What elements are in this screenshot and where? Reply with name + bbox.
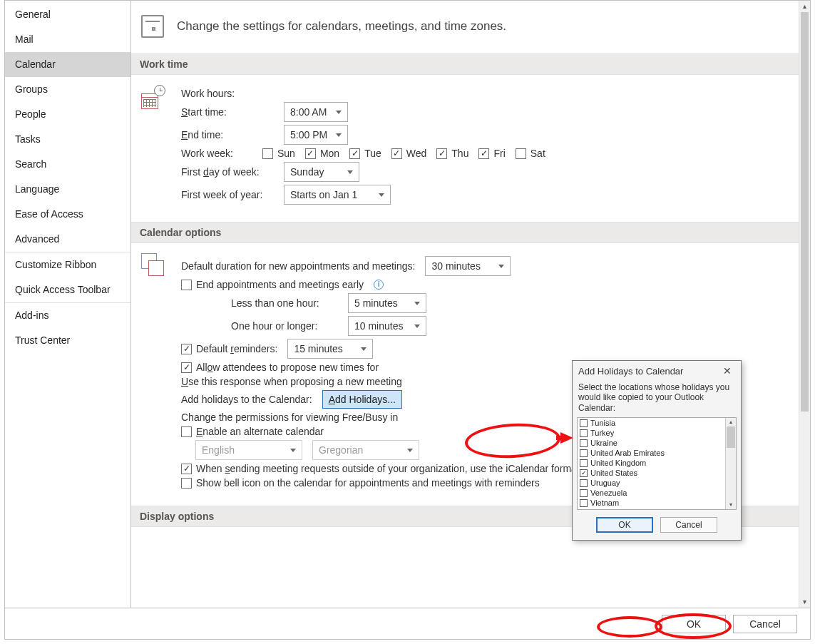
chevron-down-icon (498, 265, 504, 268)
calendar-options-icon (141, 253, 165, 277)
chevron-down-icon (407, 449, 413, 452)
country-item[interactable]: Vietnam (578, 498, 725, 508)
dialog-titlebar: Add Holidays to Calendar ✕ (573, 361, 741, 381)
section-work-time-title: Work time (131, 53, 799, 75)
sidebar-item-ease-of-access[interactable]: Ease of Access (5, 202, 130, 227)
day-fri-checkbox[interactable]: ✓Fri (478, 148, 505, 159)
country-item[interactable]: United Kingdom (578, 458, 725, 468)
country-item[interactable]: ✓United States (578, 468, 725, 478)
sidebar-item-calendar[interactable]: Calendar (5, 52, 130, 77)
info-icon[interactable]: i (374, 280, 384, 290)
alt-lang-combo[interactable]: English (195, 440, 302, 460)
enable-alt-checkbox[interactable]: ✓Enable an alternate calendar (181, 426, 324, 437)
chevron-down-icon (336, 133, 342, 137)
cancel-button[interactable]: Cancel (733, 615, 797, 633)
sidebar-item-customize-ribbon[interactable]: Customize Ribbon (5, 252, 130, 277)
scroll-thumb[interactable] (801, 12, 809, 412)
scroll-down-icon[interactable]: ▾ (726, 501, 736, 509)
first-week-combo[interactable]: Starts on Jan 1 (284, 185, 391, 205)
dialog-scrollbar[interactable]: ▴ ▾ (725, 418, 736, 509)
footer: OK Cancel (5, 608, 810, 639)
page-header-text: Change the settings for calendars, meeti… (177, 19, 506, 34)
chevron-down-icon (414, 324, 420, 328)
allow-propose-checkbox[interactable]: ✓Allow attendees to propose new times fo… (181, 362, 379, 373)
scroll-track[interactable] (799, 12, 810, 596)
country-item[interactable]: Ukraine (578, 438, 725, 448)
alt-cal-combo[interactable]: Gregorian (312, 440, 419, 460)
default-reminders-combo[interactable]: 15 minutes (287, 339, 373, 359)
scroll-thumb[interactable] (727, 426, 735, 448)
chevron-down-icon (379, 193, 384, 197)
dialog-title: Add Holidays to Calendar (578, 366, 683, 377)
default-duration-combo[interactable]: 30 minutes (425, 256, 511, 276)
day-thu-checkbox[interactable]: ✓Thu (436, 148, 468, 159)
day-sat-checkbox[interactable]: ✓Sat (516, 148, 545, 159)
dialog-list: TunisiaTurkeyUkraineUnited Arab Emirates… (577, 417, 737, 510)
sidebar-item-add-ins[interactable]: Add-ins (5, 302, 130, 328)
sidebar-item-groups[interactable]: Groups (5, 77, 130, 102)
sidebar-item-search[interactable]: Search (5, 152, 130, 177)
scroll-up-icon[interactable]: ▴ (799, 1, 810, 12)
end-time-label: End time: (181, 129, 274, 140)
default-reminders-checkbox[interactable]: ✓Default reminders: (181, 343, 277, 354)
chevron-down-icon (336, 111, 342, 114)
add-holidays-button[interactable]: Add Holidays... (322, 390, 402, 409)
close-icon[interactable]: ✕ (719, 365, 735, 377)
chevron-down-icon (290, 449, 296, 452)
sidebar-item-general[interactable]: General (5, 2, 130, 27)
end-early-checkbox[interactable]: ✓End appointments and meetings early (181, 279, 364, 290)
sidebar: GeneralMailCalendarGroupsPeopleTasksSear… (5, 1, 130, 608)
use-response-label: Use this response when proposing a new m… (181, 376, 402, 387)
day-tue-checkbox[interactable]: ✓Tue (349, 148, 381, 159)
first-week-label: First week of year: (181, 189, 274, 200)
country-item[interactable]: United Arab Emirates (578, 448, 725, 458)
dialog-cancel-button[interactable]: Cancel (660, 517, 717, 533)
bell-icon-checkbox[interactable]: ✓Show bell icon on the calendar for appo… (181, 477, 540, 489)
day-mon-checkbox[interactable]: ✓Mon (305, 148, 339, 159)
country-item[interactable]: Yemen (578, 508, 725, 509)
sidebar-item-mail[interactable]: Mail (5, 27, 130, 52)
work-week-days: ✓Sun✓Mon✓Tue✓Wed✓Thu✓Fri✓Sat (262, 148, 545, 159)
day-sun-checkbox[interactable]: ✓Sun (262, 148, 295, 159)
country-item[interactable]: Uruguay (578, 478, 725, 488)
sidebar-item-trust-center[interactable]: Trust Center (5, 328, 130, 353)
ok-button[interactable]: OK (662, 615, 726, 633)
ge1-combo[interactable]: 10 minutes (348, 316, 426, 336)
change-permissions-label: Change the permissions for viewing Free/… (181, 412, 398, 423)
start-time-label: Start time: (181, 106, 274, 118)
scroll-down-icon[interactable]: ▾ (799, 596, 810, 608)
sidebar-item-quick-access-toolbar[interactable]: Quick Access Toolbar (5, 277, 130, 302)
end-time-combo[interactable]: 5:00 PM (284, 125, 348, 145)
start-time-combo[interactable]: 8:00 AM (284, 102, 348, 122)
sidebar-item-language[interactable]: Language (5, 177, 130, 202)
calendar-icon (141, 15, 164, 38)
day-wed-checkbox[interactable]: ✓Wed (391, 148, 427, 159)
country-item[interactable]: Venezuela (578, 488, 725, 498)
default-duration-label: Default duration for new appointments an… (181, 260, 415, 272)
work-time-icon (141, 85, 165, 109)
sidebar-item-tasks[interactable]: Tasks (5, 127, 130, 152)
chevron-down-icon (347, 170, 353, 174)
sidebar-item-advanced[interactable]: Advanced (5, 227, 130, 252)
country-item[interactable]: Turkey (578, 428, 725, 438)
ical-checkbox[interactable]: ✓When sending meeting requests outside o… (181, 463, 580, 474)
chevron-down-icon (414, 302, 420, 305)
add-holidays-label: Add holidays to the Calendar: (181, 394, 312, 405)
ge1-label: One hour or longer: (231, 320, 338, 332)
scroll-up-icon[interactable]: ▴ (726, 418, 736, 426)
section-calendar-options-title: Calendar options (131, 222, 799, 243)
page-header: Change the settings for calendars, meeti… (131, 1, 799, 53)
country-item[interactable]: Tunisia (578, 418, 725, 428)
dialog-ok-button[interactable]: OK (596, 517, 653, 533)
highlight-arrow-icon (560, 432, 573, 444)
vertical-scrollbar[interactable]: ▴ ▾ (799, 1, 810, 608)
lt1-combo[interactable]: 5 minutes (348, 293, 426, 313)
first-day-combo[interactable]: Sunday (284, 162, 359, 182)
options-window: GeneralMailCalendarGroupsPeopleTasksSear… (4, 0, 811, 640)
sidebar-item-people[interactable]: People (5, 102, 130, 127)
work-hours-label: Work hours: (181, 88, 235, 99)
first-day-label: First day of week: (181, 166, 274, 178)
add-holidays-dialog: Add Holidays to Calendar ✕ Select the lo… (572, 360, 742, 541)
dialog-message: Select the locations whose holidays you … (573, 381, 741, 417)
section-work-time: Work hours: Start time: 8:00 AM End time… (131, 75, 799, 222)
